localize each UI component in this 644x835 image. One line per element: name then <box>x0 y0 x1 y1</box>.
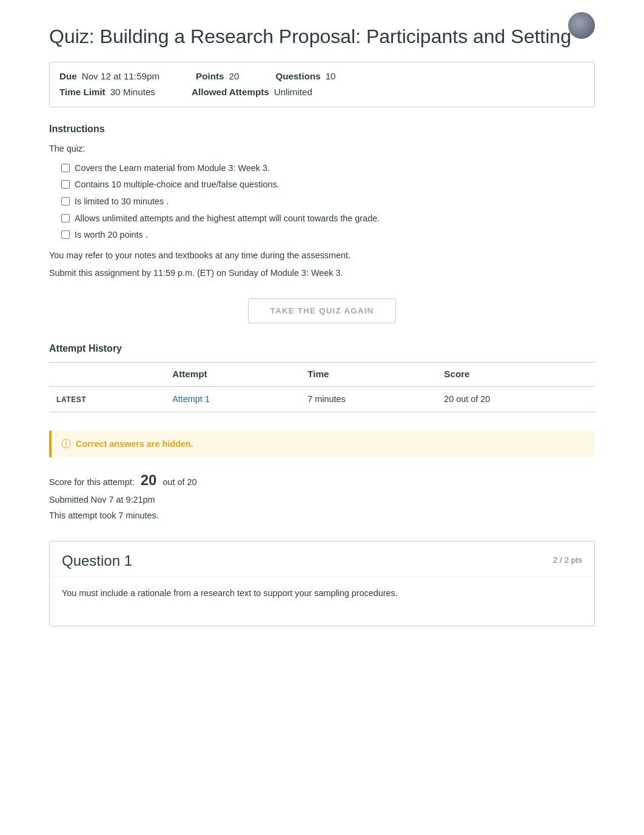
take-quiz-btn-area: TAKE THE QUIZ AGAIN <box>49 298 595 323</box>
attempt-result-section: ⓘ Correct answers are hidden. Score for … <box>49 431 595 522</box>
allowed-attempts-label: Allowed Attempts <box>192 86 269 99</box>
bullet-text-3: Is limited to 30 minutes . <box>75 195 169 209</box>
submit-text: Submit this assignment by 11:59 p.m. (ET… <box>49 267 595 280</box>
instructions-intro: The quiz: <box>49 143 595 156</box>
time-limit-meta: Time Limit 30 Minutes <box>59 86 155 99</box>
question-number-1: Question 1 <box>62 550 132 572</box>
correct-answers-label: Correct answers are hidden. <box>76 438 193 451</box>
quiz-meta-box: Due Nov 12 at 11:59pm Points 20 Question… <box>49 62 595 108</box>
attempt-score-cell: 20 out of 20 <box>437 386 595 412</box>
bullet-icon-3 <box>61 197 70 206</box>
score-line: Score for this attempt: 20 out of 20 <box>49 469 595 491</box>
info-icon: ⓘ <box>61 437 71 451</box>
submitted-line: Submitted Nov 7 at 9:21pm <box>49 494 595 507</box>
list-item: Covers the Learn material from Module 3:… <box>61 162 595 175</box>
col-header-time: Time <box>300 363 437 387</box>
question-card-1: Question 1 2 / 2 pts You must include a … <box>49 541 595 626</box>
points-label: Points <box>196 70 224 84</box>
bullet-icon-2 <box>61 180 70 189</box>
meta-row-2: Time Limit 30 Minutes Allowed Attempts U… <box>59 86 585 99</box>
col-header-score: Score <box>437 363 595 387</box>
instructions-title: Instructions <box>49 122 595 136</box>
due-meta: Due Nov 12 at 11:59pm <box>59 70 159 84</box>
bullet-text-1: Covers the Learn material from Module 3:… <box>75 162 270 175</box>
bullet-icon-4 <box>61 214 70 223</box>
latest-badge: LATEST <box>56 395 86 404</box>
list-item: Is worth 20 points . <box>61 229 595 242</box>
bullet-text-4: Allows unlimited attempts and the highes… <box>75 212 380 226</box>
bullet-text-5: Is worth 20 points . <box>75 229 148 242</box>
question-header-1: Question 1 2 / 2 pts <box>50 542 594 577</box>
score-for-label: Score for this attempt: <box>49 477 135 487</box>
score-out-of: out of 20 <box>163 477 196 487</box>
bullet-icon-5 <box>61 230 70 239</box>
quiz-title: Quiz: Building a Research Proposal: Part… <box>49 24 595 50</box>
list-item: Is limited to 30 minutes . <box>61 195 595 209</box>
allowed-attempts-meta: Allowed Attempts Unlimited <box>192 86 312 99</box>
bullet-icon-1 <box>61 164 70 172</box>
score-number: 20 <box>141 472 157 488</box>
questions-value: 10 <box>326 70 336 84</box>
question-body-1: You must include a rationale from a rese… <box>50 577 594 626</box>
attempt-1-link[interactable]: Attempt 1 <box>172 394 210 404</box>
question-text-1: You must include a rationale from a rese… <box>62 587 582 600</box>
latest-badge-cell: LATEST <box>49 386 165 412</box>
due-label: Due <box>59 70 77 84</box>
notice-text-1: You may refer to your notes and textbook… <box>49 249 595 263</box>
points-meta: Points 20 <box>196 70 239 84</box>
questions-label: Questions <box>275 70 320 84</box>
questions-meta: Questions 10 <box>275 70 335 84</box>
take-quiz-button[interactable]: TAKE THE QUIZ AGAIN <box>248 298 397 323</box>
attempt-link-cell: Attempt 1 <box>165 386 300 412</box>
bullet-text-2: Contains 10 multiple-choice and true/fal… <box>75 178 280 192</box>
time-took-line: This attempt took 7 minutes. <box>49 509 595 523</box>
list-item: Contains 10 multiple-choice and true/fal… <box>61 178 595 192</box>
table-header-row: Attempt Time Score <box>49 363 595 387</box>
attempt-time-cell: 7 minutes <box>300 386 437 412</box>
question-points-1: 2 / 2 pts <box>553 554 582 566</box>
avatar <box>568 12 595 39</box>
table-row: LATEST Attempt 1 7 minutes 20 out of 20 <box>49 386 595 412</box>
correct-answers-notice: ⓘ Correct answers are hidden. <box>49 431 595 457</box>
score-section: Score for this attempt: 20 out of 20 Sub… <box>49 469 595 522</box>
points-value: 20 <box>229 70 239 84</box>
meta-row-1: Due Nov 12 at 11:59pm Points 20 Question… <box>59 70 585 84</box>
allowed-attempts-value: Unlimited <box>274 86 312 99</box>
attempt-history-title: Attempt History <box>49 341 595 356</box>
col-header-badge <box>49 363 165 387</box>
page-container: Quiz: Building a Research Proposal: Part… <box>31 0 613 675</box>
col-header-attempt: Attempt <box>165 363 300 387</box>
list-item: Allows unlimited attempts and the highes… <box>61 212 595 226</box>
bullet-list: Covers the Learn material from Module 3:… <box>61 162 595 242</box>
attempt-table: Attempt Time Score LATEST Attempt 1 7 mi… <box>49 362 595 412</box>
time-limit-label: Time Limit <box>59 86 106 99</box>
due-value: Nov 12 at 11:59pm <box>82 70 159 84</box>
time-limit-value: 30 Minutes <box>110 86 155 99</box>
